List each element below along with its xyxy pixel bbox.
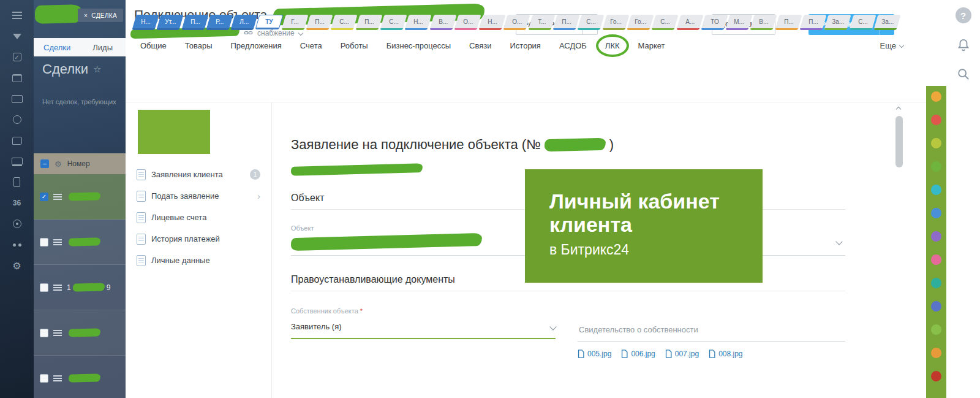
stage-chip[interactable]: В... bbox=[429, 15, 456, 30]
1c-36-icon[interactable]: 36 bbox=[10, 196, 24, 210]
tasks-icon[interactable] bbox=[10, 50, 24, 64]
search-icon[interactable] bbox=[957, 67, 970, 81]
user-avatar[interactable] bbox=[931, 348, 941, 358]
stage-chip[interactable]: П... bbox=[306, 15, 333, 30]
entity-tab[interactable]: Товары bbox=[185, 41, 213, 50]
stage-chip[interactable]: П... bbox=[799, 15, 826, 30]
stage-chip[interactable]: Р... bbox=[206, 15, 233, 30]
user-avatar[interactable] bbox=[931, 278, 941, 288]
chat-icon[interactable] bbox=[10, 134, 24, 147]
user-avatar[interactable] bbox=[931, 185, 941, 195]
user-avatar[interactable] bbox=[931, 161, 941, 172]
deal-row[interactable] bbox=[34, 356, 126, 398]
owner-select[interactable]: Заявитель (я) bbox=[291, 322, 556, 339]
user-avatar[interactable] bbox=[931, 254, 941, 265]
panel-tab[interactable]: Сделки bbox=[43, 43, 70, 52]
stage-chip[interactable]: Т... bbox=[528, 15, 555, 30]
row-checkbox[interactable] bbox=[40, 193, 48, 201]
stage-chip[interactable]: За... bbox=[873, 15, 900, 30]
panel-tab[interactable]: Лиды bbox=[92, 43, 113, 52]
deal-row[interactable] bbox=[34, 220, 126, 265]
entity-tab[interactable]: Предложения bbox=[230, 41, 281, 50]
portal-menu-item[interactable]: История платежей bbox=[133, 228, 264, 250]
telephony-icon[interactable] bbox=[10, 175, 24, 189]
stage-chip[interactable]: С... bbox=[380, 15, 407, 30]
compass-icon[interactable] bbox=[10, 217, 24, 231]
entity-tab[interactable]: АСДОБ bbox=[559, 41, 587, 50]
filter-icon[interactable] bbox=[10, 29, 24, 43]
people-icon[interactable] bbox=[10, 238, 24, 251]
user-avatar[interactable] bbox=[931, 138, 941, 148]
user-avatar[interactable] bbox=[931, 91, 941, 102]
file-link[interactable]: 006.jpg bbox=[621, 350, 655, 358]
tabs-more-button[interactable]: Еще bbox=[880, 41, 903, 50]
deal-row[interactable] bbox=[34, 310, 126, 356]
calendar-icon[interactable] bbox=[10, 71, 24, 85]
stage-chip[interactable]: Го... bbox=[602, 15, 629, 30]
row-menu-icon[interactable] bbox=[53, 285, 62, 291]
row-checkbox[interactable] bbox=[40, 329, 48, 337]
portal-menu-item[interactable]: Подать заявление › bbox=[133, 185, 264, 207]
row-checkbox[interactable] bbox=[40, 283, 48, 292]
close-icon[interactable]: × bbox=[84, 12, 88, 19]
notifications-bell-icon[interactable] bbox=[957, 38, 970, 53]
stage-chip[interactable]: С... bbox=[652, 15, 679, 30]
entity-tab[interactable]: ЛКК bbox=[605, 41, 620, 50]
stage-chip[interactable]: А... bbox=[676, 15, 703, 30]
row-checkbox[interactable] bbox=[40, 374, 48, 383]
user-avatar[interactable] bbox=[931, 208, 941, 218]
entity-tab[interactable]: Бизнес-процессы bbox=[386, 41, 451, 50]
file-link[interactable]: 007.jpg bbox=[665, 350, 699, 358]
stage-chip[interactable]: С... bbox=[849, 15, 876, 30]
stage-chip[interactable]: ТУ bbox=[255, 15, 284, 29]
user-avatar[interactable] bbox=[931, 371, 941, 381]
user-avatar[interactable] bbox=[931, 231, 941, 242]
user-avatar[interactable] bbox=[931, 301, 941, 312]
slider-entity-badge[interactable]: × СДЕЛКА bbox=[78, 9, 123, 22]
entity-tab[interactable]: История bbox=[510, 41, 541, 50]
scrollbar-thumb[interactable] bbox=[895, 116, 903, 167]
user-avatar[interactable] bbox=[931, 115, 941, 125]
select-all-checkbox[interactable] bbox=[40, 159, 49, 168]
column-header-number[interactable]: Номер bbox=[67, 159, 90, 168]
deal-row[interactable] bbox=[34, 174, 126, 220]
stage-chip[interactable]: Н... bbox=[479, 15, 506, 30]
help-button[interactable]: ? bbox=[956, 7, 971, 23]
entity-tab[interactable]: Роботы bbox=[341, 41, 368, 50]
deal-row[interactable]: 1 9 bbox=[34, 265, 126, 310]
stage-chip[interactable]: Н... bbox=[405, 15, 432, 30]
menu-icon[interactable] bbox=[10, 9, 24, 22]
user-avatar[interactable] bbox=[931, 324, 941, 335]
row-menu-icon[interactable] bbox=[53, 194, 62, 200]
stage-chip[interactable]: П... bbox=[355, 15, 382, 30]
certificate-input[interactable]: Свидетельство о собственности bbox=[578, 325, 845, 342]
scroll-up-icon[interactable] bbox=[896, 107, 901, 112]
row-menu-icon[interactable] bbox=[53, 239, 62, 245]
chevron-down-icon[interactable] bbox=[835, 238, 842, 245]
sites-icon[interactable] bbox=[10, 155, 24, 168]
entity-tab[interactable]: Общие bbox=[140, 41, 167, 50]
stage-chip[interactable]: Г... bbox=[281, 15, 308, 30]
file-link[interactable]: 005.jpg bbox=[578, 350, 611, 358]
entity-tab[interactable]: Счета bbox=[300, 41, 322, 50]
target-icon[interactable] bbox=[10, 113, 24, 126]
stage-chip[interactable]: П... bbox=[181, 15, 208, 30]
stage-chip[interactable]: ТО bbox=[701, 15, 728, 30]
row-menu-icon[interactable] bbox=[53, 330, 62, 336]
crm-card-icon[interactable] bbox=[10, 92, 24, 105]
portal-menu-item[interactable]: Личные данные bbox=[133, 250, 264, 271]
stage-chip[interactable]: О... bbox=[454, 15, 481, 30]
settings-gear-icon[interactable]: ⚙ bbox=[10, 259, 24, 272]
stage-chip[interactable]: П... bbox=[775, 15, 802, 30]
stage-chip[interactable]: Ут... bbox=[157, 15, 184, 30]
stage-chip[interactable]: М... bbox=[726, 15, 753, 30]
stage-chip[interactable]: С... bbox=[331, 15, 358, 30]
row-checkbox[interactable] bbox=[40, 238, 48, 247]
entity-tab[interactable]: Связи bbox=[469, 41, 491, 50]
stage-chip[interactable]: Л... bbox=[231, 15, 258, 30]
row-menu-icon[interactable] bbox=[53, 375, 62, 381]
favorite-star-icon[interactable]: ☆ bbox=[93, 64, 101, 75]
stage-chip[interactable]: Н... bbox=[132, 15, 159, 30]
portal-menu-item[interactable]: Лицевые счета bbox=[133, 207, 264, 228]
stage-chip[interactable]: Го... bbox=[627, 15, 654, 30]
